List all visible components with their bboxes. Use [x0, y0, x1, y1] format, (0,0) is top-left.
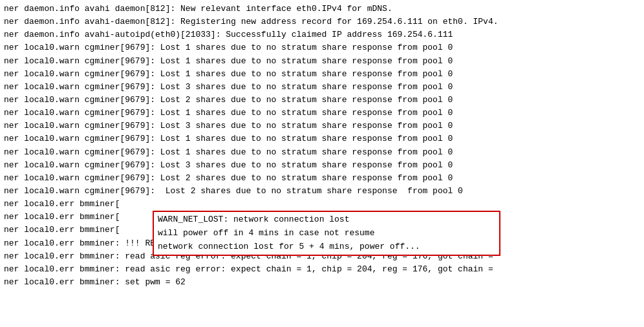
log-line: ner local0.warn cgminer[9679]: Lost 3 sh…	[4, 120, 640, 132]
log-line: ner local0.warn cgminer[9679]: Lost 2 sh…	[4, 94, 640, 107]
log-line: ner local0.warn cgminer[9679]: Lost 1 sh…	[4, 68, 640, 81]
log-line: ner local0.warn cgminer[9679]: Lost 3 sh…	[4, 81, 640, 94]
log-line: ner local0.err bmminer: read asic reg er…	[4, 263, 640, 276]
log-line: ner local0.warn cgminer[9679]: Lost 1 sh…	[4, 132, 640, 145]
log-line: ner local0.err bmminer: set pwm = 62	[4, 276, 640, 289]
log-line: ner daemon.info avahi daemon[812]: New r…	[4, 3, 640, 16]
highlight-line-1: WARN_NET_LOST: network connection lost	[158, 213, 495, 227]
log-line: ner local0.warn cgminer[9679]: Lost 1 sh…	[4, 107, 640, 120]
log-container: ner daemon.info avahi daemon[812]: New r…	[0, 0, 644, 327]
highlight-line-2: will power off in 4 mins in case not res…	[158, 227, 495, 240]
log-line: ner local0.warn cgminer[9679]: Lost 3 sh…	[4, 159, 640, 172]
highlight-box: WARN_NET_LOST: network connection lost w…	[153, 211, 500, 256]
highlight-line-3: network connection lost for 5 + 4 mins, …	[158, 240, 495, 254]
log-line: ner local0.warn cgminer[9679]: Lost 1 sh…	[4, 146, 640, 159]
log-line: ner local0.warn cgminer[9679]: Lost 2 sh…	[4, 185, 640, 198]
log-line: ner local0.err bmminer[	[4, 198, 640, 211]
log-line: ner local0.warn cgminer[9679]: Lost 1 sh…	[4, 55, 640, 68]
log-line: ner daemon.info avahi-daemon[812]: Regis…	[4, 16, 640, 28]
log-line: ner daemon.info avahi-autoipd(eth0)[2103…	[4, 28, 640, 41]
log-line: ner local0.warn cgminer[9679]: Lost 1 sh…	[4, 41, 640, 54]
log-line: ner local0.warn cgminer[9679]: Lost 2 sh…	[4, 172, 640, 185]
